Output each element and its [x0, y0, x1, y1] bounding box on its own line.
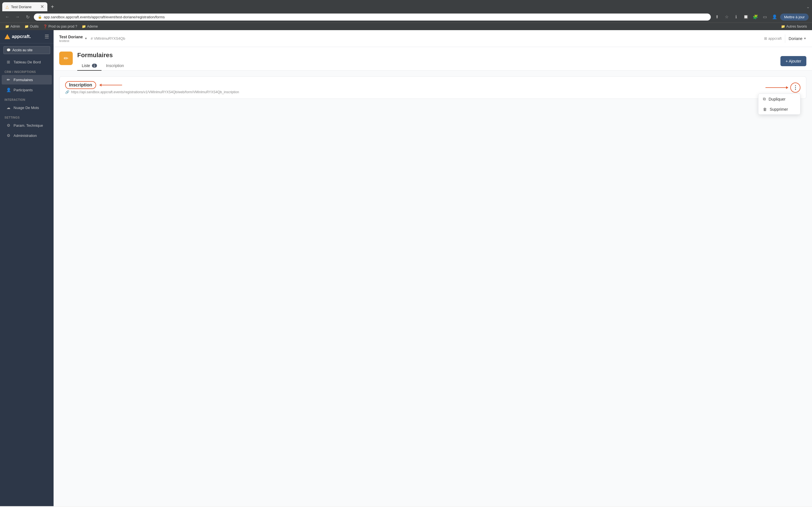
- profile-button[interactable]: 👤: [770, 13, 778, 21]
- sidebar-item-participants[interactable]: 👤 Participants: [2, 85, 52, 95]
- header-right: ⊞ appcraft Doriane ▼: [764, 34, 806, 43]
- form-item-body: Inscription 🔗 https://api.sandbox.appcr: [65, 81, 762, 94]
- puzzle-button[interactable]: 🧩: [751, 13, 759, 21]
- info-button[interactable]: ℹ: [732, 13, 740, 21]
- cloud-icon: ☁: [6, 105, 11, 110]
- sidebar-item-label: Param. Technique: [13, 123, 43, 128]
- nav-actions: ⬆ ☆ ℹ 🔲 🧩 ▭ 👤 Mettre à jour: [713, 13, 809, 21]
- tab-title: Test Doriane: [11, 5, 32, 9]
- right-arrow-annotation: [765, 87, 788, 88]
- tab-favicon: △: [6, 4, 9, 9]
- page-header: ✏ Formulaires Liste 1 Inscription + Ajou…: [54, 47, 812, 71]
- user-name: Doriane: [789, 36, 802, 41]
- tab-liste[interactable]: Liste 1: [77, 61, 101, 71]
- main-content: Test Doriane testtest ▼ # VMInlmuRYXS4Qb…: [54, 30, 812, 506]
- bookmark-others[interactable]: 📁 Autres favoris: [779, 24, 809, 29]
- back-button[interactable]: ←: [3, 13, 11, 21]
- sidebar-section-interaction: INTERACTION: [0, 95, 54, 103]
- bookmark-button[interactable]: ☆: [723, 13, 730, 21]
- header-divider: [785, 34, 785, 43]
- menu-item-duplicate-label: Dupliquer: [769, 97, 785, 101]
- sidebar-item-label: Participants: [13, 88, 33, 92]
- user-info[interactable]: Doriane ▼: [789, 36, 806, 41]
- form-item-inscription: Inscription 🔗 https://api.sandbox.appcr: [59, 76, 806, 99]
- nav-bar: ← → ↻ 🔒 app.sandbox.appcraft.events/appc…: [0, 11, 812, 22]
- folder-icon: 📁: [781, 24, 785, 29]
- browser-chrome: △ Test Doriane ✕ + ⌄ ← → ↻ 🔒 app.sandbox…: [0, 0, 812, 30]
- form-url-text[interactable]: https://api.sandbox.appcraft.events/regi…: [71, 90, 239, 94]
- url-text: app.sandbox.appcraft.events/appcraft/eve…: [44, 15, 165, 19]
- tab-close-button[interactable]: ✕: [40, 4, 44, 9]
- arrowhead-right: [786, 86, 788, 89]
- users-icon: 👤: [6, 88, 11, 92]
- bookmark-label: Ademe: [87, 24, 98, 29]
- form-actions-button[interactable]: ⋮: [790, 82, 801, 93]
- pencil-icon: ✏: [64, 55, 68, 62]
- access-site-button[interactable]: 💬 Accès au site: [3, 46, 50, 54]
- question-icon: ❓: [43, 24, 47, 29]
- form-item-url: 🔗 https://api.sandbox.appcraft.events/re…: [65, 90, 762, 94]
- tab-bar-menu[interactable]: ⌄: [806, 4, 810, 9]
- sidebar-item-administration[interactable]: ⚙ Administration: [2, 131, 52, 140]
- grid-icon: ⊞: [6, 60, 11, 64]
- sidebar-item-label: Nuage De Mots: [13, 106, 39, 110]
- form-title-annotated: Inscription: [65, 81, 96, 89]
- sidebar-item-label: Administration: [13, 133, 37, 138]
- share-button[interactable]: ⬆: [713, 13, 721, 21]
- address-bar[interactable]: 🔒 app.sandbox.appcraft.events/appcraft/e…: [34, 13, 711, 20]
- event-selector[interactable]: Test Doriane testtest ▼: [59, 35, 87, 43]
- sidebar-item-formulaires[interactable]: ✏ Formulaires: [2, 75, 52, 84]
- chevron-down-icon: ▼: [85, 37, 87, 40]
- logo-triangle-icon: [4, 34, 10, 39]
- tab-inscription[interactable]: Inscription: [101, 61, 129, 71]
- menu-icon[interactable]: ☰: [45, 34, 49, 40]
- gear-icon: ⚙: [6, 133, 11, 138]
- tab-liste-label: Liste: [82, 63, 90, 68]
- header-appcraft-logo: ⊞ appcraft: [764, 36, 781, 41]
- bookmark-ademe[interactable]: 📁 Ademe: [80, 24, 100, 29]
- app-container: appcraft. ☰ 💬 Accès au site ⊞ Tableau De…: [0, 30, 812, 506]
- sidebar-item-dashboard[interactable]: ⊞ Tableau De Bord: [2, 57, 52, 67]
- tab-bar: △ Test Doriane ✕ + ⌄: [0, 0, 812, 11]
- speech-bubble-icon: 💬: [6, 48, 11, 52]
- sidebar-section-settings: SETTINGS: [0, 113, 54, 120]
- event-name: Test Doriane: [59, 35, 83, 39]
- event-subname: testtest: [59, 39, 83, 43]
- update-button[interactable]: Mettre à jour: [780, 13, 809, 20]
- page-tabs: Liste 1 Inscription: [77, 61, 776, 70]
- page-title: Formulaires: [77, 52, 776, 59]
- browser-tab-active[interactable]: △ Test Doriane ✕: [2, 2, 47, 11]
- sidebar-item-param[interactable]: ⚙ Param. Technique: [2, 121, 52, 130]
- bookmark-admin[interactable]: 📁 Admin: [3, 24, 22, 29]
- link-icon: 🔗: [65, 90, 69, 94]
- bookmark-prod[interactable]: ❓ Prod ou pas prod ?: [42, 24, 79, 29]
- sidebar: appcraft. ☰ 💬 Accès au site ⊞ Tableau De…: [0, 30, 54, 506]
- trash-icon: 🗑: [763, 107, 767, 112]
- sidebar-toggle[interactable]: ▭: [761, 13, 769, 21]
- bookmark-outils[interactable]: 📁 Outils: [23, 24, 40, 29]
- form-item-actions-row: ⋮: [765, 82, 801, 93]
- forward-button[interactable]: →: [13, 13, 21, 21]
- extension-button[interactable]: 🔲: [742, 13, 750, 21]
- sidebar-item-label: Formulaires: [13, 78, 33, 82]
- red-circle-annotation: Inscription: [65, 81, 96, 89]
- page-title-block: Formulaires Liste 1 Inscription: [77, 52, 776, 70]
- hash-icon: #: [91, 36, 93, 41]
- arrow-line: [100, 85, 122, 86]
- header-logo-label: appcraft: [768, 36, 781, 41]
- menu-item-delete[interactable]: 🗑 Supprimer: [758, 104, 800, 114]
- form-item-header-row: Inscription: [65, 81, 762, 89]
- settings-icon: ⚙: [6, 123, 11, 128]
- form-title[interactable]: Inscription: [69, 82, 92, 87]
- appcraft-logo: appcraft.: [4, 34, 31, 39]
- tab-inscription-label: Inscription: [106, 63, 124, 68]
- add-button[interactable]: + Ajouter: [780, 56, 806, 66]
- tab-liste-badge: 1: [92, 64, 97, 68]
- reload-button[interactable]: ↻: [24, 13, 32, 21]
- event-id: # VMInlmuRYXS4Qb: [91, 36, 125, 41]
- sidebar-item-nuage[interactable]: ☁ Nuage De Mots: [2, 103, 52, 112]
- bookmark-label: Outils: [30, 24, 39, 29]
- access-site-label: Accès au site: [12, 48, 33, 52]
- menu-item-duplicate[interactable]: ⧉ Dupliquer: [758, 94, 800, 104]
- new-tab-button[interactable]: +: [49, 3, 56, 11]
